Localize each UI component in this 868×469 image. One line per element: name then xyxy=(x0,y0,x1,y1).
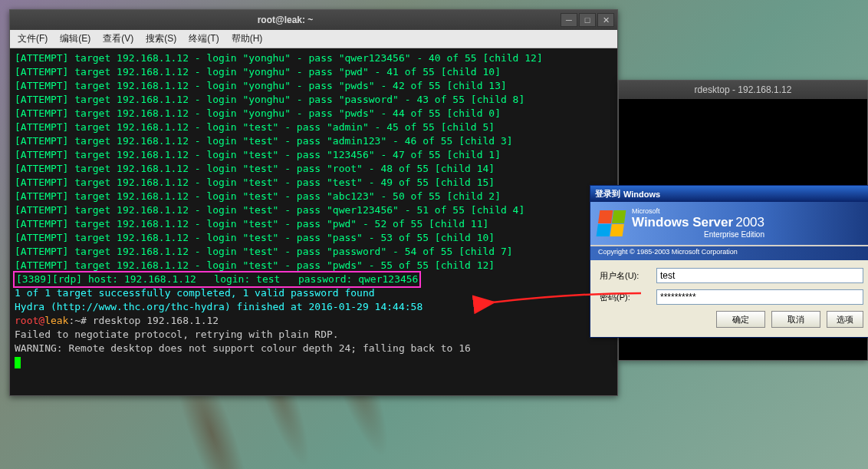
terminal-title: root@leak: ~ xyxy=(10,15,561,25)
found-line: [3389][rdp] host: 192.168.1.12 login: te… xyxy=(15,272,613,286)
windows-caption-text: Windows xyxy=(623,190,660,199)
attempt-line: [ATTEMPT] target 192.168.1.12 - login "t… xyxy=(15,148,613,162)
brand-big: Windows Server xyxy=(632,215,733,230)
close-button[interactable]: ✕ xyxy=(597,13,614,27)
terminal-menubar: 文件(F) 编辑(E) 查看(V) 搜索(S) 终端(T) 帮助(H) xyxy=(10,30,617,48)
ok-button[interactable]: 确定 xyxy=(716,311,765,328)
terminal-cursor xyxy=(15,357,21,368)
attempt-line: [ATTEMPT] target 192.168.1.12 - login "y… xyxy=(15,79,613,93)
brand-edition: Enterprise Edition xyxy=(632,230,764,239)
windows-copyright: Copyright © 1985-2003 Microsoft Corporat… xyxy=(590,246,868,260)
window-controls: ─ □ ✕ xyxy=(561,13,617,27)
rdesktop-window: rdesktop - 192.168.1.12 登录到 Windows Micr… xyxy=(618,80,868,361)
attempt-line: [ATTEMPT] target 192.168.1.12 - login "t… xyxy=(15,259,613,272)
windows-caption[interactable]: 登录到 Windows xyxy=(590,186,868,202)
attempt-line: [ATTEMPT] target 192.168.1.12 - login "t… xyxy=(15,162,613,176)
windows-logo-icon xyxy=(597,210,626,236)
attempt-line: [ATTEMPT] target 192.168.1.12 - login "t… xyxy=(15,176,613,190)
attempt-line: [ATTEMPT] target 192.168.1.12 - login "t… xyxy=(15,121,613,134)
windows-banner: Microsoft Windows Server 2003 Enterprise… xyxy=(590,202,868,246)
menu-help[interactable]: 帮助(H) xyxy=(227,31,268,47)
attempt-line: [ATTEMPT] target 192.168.1.12 - login "t… xyxy=(15,203,613,217)
windows-brand: Microsoft Windows Server 2003 Enterprise… xyxy=(632,208,764,239)
menu-file[interactable]: 文件(F) xyxy=(13,31,52,47)
attempt-line: [ATTEMPT] target 192.168.1.12 - login "t… xyxy=(15,134,613,148)
menu-view[interactable]: 查看(V) xyxy=(98,31,138,47)
rdesktop-title-text: rdesktop - 192.168.1.12 xyxy=(695,84,792,95)
windows-caption-prefix: 登录到 xyxy=(595,188,620,200)
rdesktop-titlebar[interactable]: rdesktop - 192.168.1.12 xyxy=(619,81,867,99)
attempt-line: [ATTEMPT] target 192.168.1.12 - login "y… xyxy=(15,65,613,79)
warn-line: WARNING: Remote desktop does not support… xyxy=(15,342,613,355)
windows-login-dialog: 登录到 Windows Microsoft Windows Server 200… xyxy=(590,185,868,338)
terminal-titlebar[interactable]: root@leak: ~ ─ □ ✕ xyxy=(10,10,617,30)
attempt-line: [ATTEMPT] target 192.168.1.12 - login "y… xyxy=(15,93,613,107)
attempt-line: [ATTEMPT] target 192.168.1.12 - login "t… xyxy=(15,190,613,203)
prompt-line: root@leak:~# rdesktop 192.168.1.12 xyxy=(15,314,613,328)
password-input[interactable] xyxy=(656,289,863,305)
attempt-line: [ATTEMPT] target 192.168.1.12 - login "t… xyxy=(15,245,613,259)
menu-edit[interactable]: 编辑(E) xyxy=(55,31,95,47)
username-input[interactable] xyxy=(656,268,863,283)
maximize-button[interactable]: □ xyxy=(579,13,596,27)
fail-line: Failed to negotiate protocol, retrying w… xyxy=(15,328,613,342)
attempt-line: [ATTEMPT] target 192.168.1.12 - login "t… xyxy=(15,217,613,231)
minimize-button[interactable]: ─ xyxy=(561,13,577,27)
attempt-line: [ATTEMPT] target 192.168.1.12 - login "y… xyxy=(15,107,613,121)
options-button[interactable]: 选项 xyxy=(827,311,863,328)
annotation-arrow xyxy=(488,289,649,315)
menu-terminal[interactable]: 终端(T) xyxy=(184,31,223,47)
terminal-output[interactable]: [ATTEMPT] target 192.168.1.12 - login "y… xyxy=(10,48,617,395)
terminal-window: root@leak: ~ ─ □ ✕ 文件(F) 编辑(E) 查看(V) 搜索(… xyxy=(9,9,618,396)
cancel-button[interactable]: 取消 xyxy=(771,311,820,328)
attempt-line: [ATTEMPT] target 192.168.1.12 - login "t… xyxy=(15,231,613,245)
attempt-line: [ATTEMPT] target 192.168.1.12 - login "y… xyxy=(15,51,613,65)
username-label: 用户名(U): xyxy=(600,270,650,282)
rdesktop-body: 登录到 Windows Microsoft Windows Server 200… xyxy=(619,99,867,360)
brand-year: 2003 xyxy=(735,215,764,230)
menu-search[interactable]: 搜索(S) xyxy=(141,31,181,47)
